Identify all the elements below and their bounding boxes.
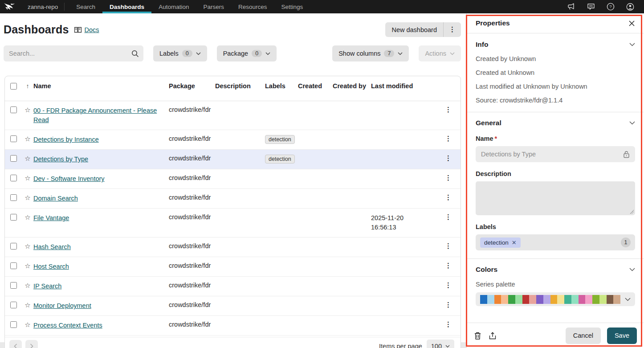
- dashboard-name-link[interactable]: File Vantage: [33, 214, 69, 221]
- favorite-star-icon[interactable]: ☆: [22, 282, 33, 290]
- new-dashboard-menu-button[interactable]: ⋮: [443, 22, 461, 37]
- favorite-star-icon[interactable]: ☆: [22, 262, 33, 270]
- crowdstrike-logo[interactable]: [0, 0, 21, 13]
- favorite-star-icon[interactable]: ☆: [22, 301, 33, 309]
- docs-link[interactable]: Docs: [74, 26, 99, 33]
- labels-count-badge: 1: [621, 237, 631, 247]
- row-kebab-icon[interactable]: ⋮: [445, 106, 452, 114]
- row-checkbox[interactable]: [10, 243, 17, 250]
- favorite-star-icon[interactable]: ☆: [22, 174, 33, 182]
- docs-link-label[interactable]: Docs: [84, 26, 99, 33]
- favorite-star-icon[interactable]: ☆: [22, 135, 33, 143]
- nav-item-automation[interactable]: Automation: [151, 0, 196, 13]
- items-per-page-select[interactable]: 100: [427, 340, 454, 348]
- column-header-description[interactable]: Description: [215, 82, 265, 90]
- column-header-created-by[interactable]: Created by: [333, 82, 371, 90]
- row-checkbox[interactable]: [10, 262, 17, 269]
- row-checkbox[interactable]: [10, 135, 17, 142]
- row-checkbox[interactable]: [10, 194, 17, 201]
- column-header-last-modified[interactable]: Last modified: [371, 82, 420, 90]
- row-kebab-icon[interactable]: ⋮: [445, 213, 452, 221]
- column-header-package[interactable]: Package: [169, 82, 215, 90]
- column-header-name[interactable]: Name: [33, 82, 169, 90]
- chevron-down-icon[interactable]: [629, 43, 635, 46]
- row-kebab-icon[interactable]: ⋮: [445, 155, 452, 162]
- remove-label-icon[interactable]: ✕: [512, 239, 517, 246]
- dashboard-name-link[interactable]: Detections by Instance: [33, 136, 99, 143]
- row-checkbox[interactable]: [10, 282, 17, 289]
- description-textarea[interactable]: [476, 181, 635, 215]
- favorite-star-icon[interactable]: ☆: [22, 194, 33, 202]
- info-section-header[interactable]: Info: [476, 41, 635, 49]
- dashboard-name-link[interactable]: 00 - FDR Package Announcement - Please R…: [33, 107, 157, 123]
- nav-item-search[interactable]: Search: [69, 0, 102, 13]
- dashboard-name-link[interactable]: Dev - Software Inventory: [33, 175, 105, 182]
- favorite-star-icon[interactable]: ☆: [22, 106, 33, 114]
- show-columns-button[interactable]: Show columns 7: [332, 45, 409, 61]
- column-header-labels[interactable]: Labels: [265, 82, 298, 90]
- row-kebab-icon[interactable]: ⋮: [445, 282, 452, 289]
- new-dashboard-button[interactable]: New dashboard: [385, 22, 443, 37]
- delete-icon[interactable]: [474, 332, 481, 340]
- nav-item-settings[interactable]: Settings: [274, 0, 310, 13]
- dashboard-name-link[interactable]: IP Search: [33, 282, 61, 290]
- row-checkbox[interactable]: [10, 106, 17, 113]
- row-kebab-icon[interactable]: ⋮: [445, 321, 452, 328]
- account-icon[interactable]: [626, 3, 634, 11]
- labels-filter-button[interactable]: Labels 0: [153, 45, 207, 61]
- dashboard-name-link[interactable]: Host Search: [33, 263, 69, 270]
- labels-field[interactable]: detection ✕ 1: [476, 234, 635, 250]
- chevron-down-icon[interactable]: [629, 268, 635, 271]
- dashboard-name-link[interactable]: Detections by Type: [33, 156, 88, 163]
- cancel-button[interactable]: Cancel: [566, 328, 601, 344]
- favorite-star-icon[interactable]: ☆: [22, 213, 33, 221]
- row-kebab-icon[interactable]: ⋮: [445, 174, 452, 182]
- general-section-header[interactable]: General: [476, 119, 635, 127]
- row-kebab-icon[interactable]: ⋮: [445, 242, 452, 250]
- nav-item-dashboards[interactable]: Dashboards: [102, 0, 151, 13]
- name-field[interactable]: Detections by Type: [476, 146, 635, 162]
- row-checkbox[interactable]: [10, 321, 17, 328]
- favorite-star-icon[interactable]: ☆: [22, 155, 33, 163]
- search-input[interactable]: [9, 50, 131, 57]
- column-header-created[interactable]: Created: [298, 82, 333, 90]
- row-kebab-icon[interactable]: ⋮: [445, 262, 452, 270]
- table-row: ☆Dev - Software Inventorycrowdstrike/fdr…: [5, 169, 461, 189]
- colors-section: Colors Series palette: [467, 259, 644, 314]
- help-icon[interactable]: ?: [607, 3, 615, 11]
- row-checkbox[interactable]: [10, 155, 17, 162]
- previous-page-button[interactable]: [9, 340, 22, 348]
- row-kebab-icon[interactable]: ⋮: [445, 194, 452, 201]
- series-palette-select[interactable]: [476, 292, 635, 306]
- colors-section-header[interactable]: Colors: [476, 266, 635, 274]
- repo-name[interactable]: zanna-repo: [21, 0, 64, 13]
- package-filter-button[interactable]: Package 0: [217, 45, 277, 61]
- feedback-icon[interactable]: [587, 3, 595, 11]
- row-checkbox[interactable]: [10, 302, 17, 308]
- nav-item-resources[interactable]: Resources: [231, 0, 274, 13]
- row-checkbox-cell: [5, 106, 22, 113]
- next-page-button[interactable]: [25, 340, 38, 348]
- actions-button[interactable]: Actions: [419, 45, 461, 61]
- row-kebab-icon[interactable]: ⋮: [445, 135, 452, 143]
- dashboard-name-link[interactable]: Hash Search: [33, 243, 71, 250]
- nav-item-parsers[interactable]: Parsers: [196, 0, 231, 13]
- export-icon[interactable]: [489, 332, 497, 340]
- save-button[interactable]: Save: [607, 328, 637, 344]
- announcements-icon[interactable]: [567, 3, 575, 11]
- row-checkbox[interactable]: [10, 214, 17, 221]
- sort-ascending-icon[interactable]: ↑: [22, 82, 33, 90]
- close-icon[interactable]: [628, 20, 635, 27]
- chevron-down-icon[interactable]: [629, 121, 635, 125]
- dashboard-name-link[interactable]: Process Context Events: [33, 322, 102, 329]
- row-menu-cell: ⋮: [420, 282, 461, 289]
- row-checkbox[interactable]: [10, 175, 17, 181]
- row-kebab-icon[interactable]: ⋮: [445, 301, 452, 309]
- dashboard-name-link[interactable]: Domain Search: [33, 195, 78, 202]
- dashboard-name-link[interactable]: Monitor Deployment: [33, 302, 91, 309]
- select-all-checkbox[interactable]: [10, 83, 17, 90]
- search-icon[interactable]: [131, 50, 139, 57]
- favorite-star-icon[interactable]: ☆: [22, 321, 33, 329]
- resize-handle[interactable]: [630, 210, 634, 214]
- favorite-star-icon[interactable]: ☆: [22, 242, 33, 250]
